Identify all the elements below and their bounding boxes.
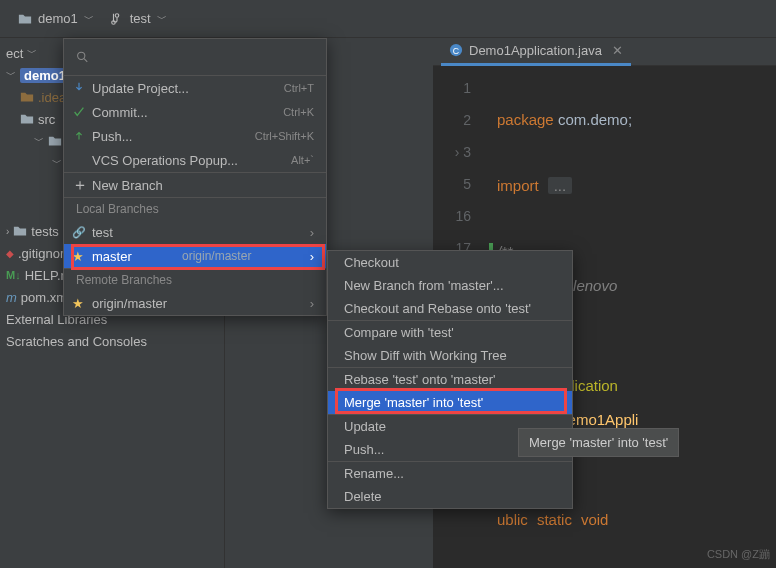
project-name: demo1 <box>38 11 78 26</box>
submenu-checkout[interactable]: Checkout <box>328 251 572 274</box>
remote-branches-header: Remote Branches <box>64 269 326 291</box>
folder-icon <box>18 12 32 26</box>
folder-icon <box>20 112 34 126</box>
submenu-new-branch[interactable]: New Branch from 'master'... <box>328 274 572 297</box>
search-icon <box>76 50 89 64</box>
branch-icon <box>110 12 124 26</box>
local-branches-header: Local Branches <box>64 198 326 220</box>
chevron-right-icon: › <box>6 226 9 237</box>
vcs-push[interactable]: Push...Ctrl+Shift+K <box>64 124 326 148</box>
chevron-down-icon: ﹀ <box>157 12 167 26</box>
branch-submenu: Checkout New Branch from 'master'... Che… <box>327 250 573 509</box>
watermark: CSDN @Z蹦 <box>707 547 770 562</box>
submenu-rebase[interactable]: Rebase 'test' onto 'master' <box>328 368 572 391</box>
commit-icon <box>72 105 86 119</box>
star-icon: ★ <box>72 249 84 264</box>
submenu-rename[interactable]: Rename... <box>328 462 572 485</box>
vcs-new-branch[interactable]: ＋New Branch <box>64 173 326 197</box>
chevron-down-icon: ﹀ <box>34 134 44 148</box>
editor-tabs: C Demo1Application.java ✕ <box>433 38 776 66</box>
chevron-down-icon: ﹀ <box>84 12 94 26</box>
submenu-delete[interactable]: Delete <box>328 485 572 508</box>
tab-label: Demo1Application.java <box>469 43 602 58</box>
top-toolbar: demo1 ﹀ test ﹀ <box>0 0 776 38</box>
tree-scratches[interactable]: Scratches and Consoles <box>0 330 224 352</box>
submenu-compare[interactable]: Compare with 'test' <box>328 321 572 344</box>
markdown-icon: M↓ <box>6 269 21 281</box>
chevron-right-icon: › <box>310 249 314 264</box>
branch-test[interactable]: 🔗test› <box>64 220 326 244</box>
project-selector[interactable]: demo1 ﹀ <box>10 7 102 30</box>
plus-icon: ＋ <box>72 175 86 196</box>
chevron-right-icon: › <box>310 225 314 240</box>
branch-master[interactable]: ★masterorigin/master› <box>64 244 326 268</box>
branch-origin-master[interactable]: ★origin/master› <box>64 291 326 315</box>
chevron-right-icon: › <box>310 296 314 311</box>
vcs-search-input[interactable] <box>95 50 314 65</box>
tooltip: Merge 'master' into 'test' <box>518 428 679 457</box>
branch-selector[interactable]: test ﹀ <box>102 7 175 30</box>
fold-ellipsis[interactable]: ... <box>548 177 573 194</box>
chevron-down-icon: ﹀ <box>6 68 16 82</box>
maven-icon: m <box>6 290 17 305</box>
link-icon: 🔗 <box>72 226 86 239</box>
submenu-merge[interactable]: Merge 'master' into 'test' <box>328 391 572 414</box>
star-icon: ★ <box>72 296 84 311</box>
vcs-commit[interactable]: Commit...Ctrl+K <box>64 100 326 124</box>
editor-tab[interactable]: C Demo1Application.java ✕ <box>441 38 631 66</box>
submenu-show-diff[interactable]: Show Diff with Working Tree <box>328 344 572 367</box>
submenu-checkout-rebase[interactable]: Checkout and Rebase onto 'test' <box>328 297 572 320</box>
vcs-popup: Update Project...Ctrl+T Commit...Ctrl+K … <box>63 38 327 316</box>
folder-icon <box>48 134 62 148</box>
vcs-update-project[interactable]: Update Project...Ctrl+T <box>64 76 326 100</box>
git-icon: ◆ <box>6 248 14 259</box>
svg-point-2 <box>78 52 85 59</box>
folder-icon <box>20 90 34 104</box>
file-label: pom.xm <box>21 290 67 305</box>
branch-name: test <box>130 11 151 26</box>
vcs-search-row[interactable] <box>64 39 326 75</box>
svg-line-3 <box>84 59 87 62</box>
class-icon: C <box>449 43 463 57</box>
folder-icon <box>13 224 27 238</box>
vcs-operations-popup[interactable]: VCS Operations Popup...Alt+` <box>64 148 326 172</box>
push-icon <box>72 129 86 143</box>
svg-text:C: C <box>453 46 459 56</box>
chevron-down-icon: ﹀ <box>52 156 62 170</box>
close-icon[interactable]: ✕ <box>612 43 623 58</box>
update-icon <box>72 81 86 95</box>
